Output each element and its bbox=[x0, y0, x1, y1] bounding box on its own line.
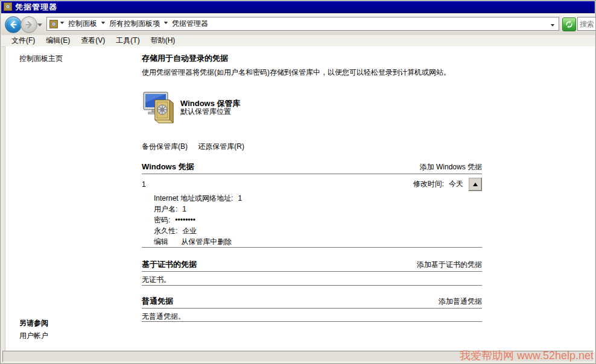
field-value: 1 bbox=[238, 194, 242, 202]
back-arrow-icon bbox=[9, 20, 17, 29]
menu-edit[interactable]: 编辑(E) bbox=[40, 36, 75, 46]
vault-actions: 备份保管库(B) 还原保管库(R) bbox=[142, 142, 482, 152]
sidebar-item-control-panel-home[interactable]: 控制面板主页 bbox=[19, 54, 63, 64]
breadcrumb-chevron-icon[interactable] bbox=[60, 21, 65, 27]
vault-subtitle: 默认保管库位置 bbox=[180, 108, 241, 116]
sidebar-item-user-accounts[interactable]: 用户帐户 bbox=[19, 331, 48, 341]
collapse-icon bbox=[473, 180, 478, 186]
breadcrumb-chevron-icon[interactable] bbox=[163, 21, 168, 27]
windows-vault-item[interactable]: Windows 保管库 默认保管库位置 bbox=[142, 92, 241, 127]
vault-name: Windows 保管库 bbox=[180, 99, 241, 107]
credential-field-persistence: 永久性:企业 bbox=[154, 226, 197, 236]
menu-help[interactable]: 帮助(H) bbox=[145, 36, 181, 46]
navigation-toolbar: 控制面板 所有控制面板项 凭据管理器 bbox=[1, 13, 595, 36]
field-label: 用户名: bbox=[154, 205, 177, 213]
collapse-credential-button[interactable] bbox=[468, 177, 482, 191]
delete-credential-link[interactable]: 从保管库中删除 bbox=[181, 237, 232, 246]
credential-field-username: 用户名:1 bbox=[154, 204, 186, 215]
field-label: 密码: bbox=[154, 216, 170, 224]
credential-modified-value: 今天 bbox=[449, 179, 463, 189]
see-also-heading: 另请参阅 bbox=[19, 318, 48, 328]
title-bar: 凭据管理器 bbox=[1, 1, 595, 13]
windows-credentials-title: Windows 凭据 bbox=[142, 162, 194, 172]
credential-row[interactable]: 1 修改时间: 今天 bbox=[142, 177, 482, 191]
window-title: 凭据管理器 bbox=[15, 2, 57, 13]
field-label: 永久性: bbox=[154, 227, 177, 235]
menu-view[interactable]: 查看(V) bbox=[75, 36, 110, 46]
certificate-empty-message: 无证书。 bbox=[142, 275, 482, 285]
breadcrumb-all-items[interactable]: 所有控制面板项 bbox=[106, 19, 163, 29]
content-area: 控制面板主页 另请参阅 用户帐户 存储用于自动登录的凭据 使用凭据管理器将凭据(… bbox=[5, 46, 595, 352]
add-certificate-credential-link[interactable]: 添加基于证书的凭据 bbox=[417, 260, 482, 270]
refresh-icon bbox=[565, 20, 574, 29]
forward-arrow-icon bbox=[25, 20, 33, 29]
windows-credentials-header: Windows 凭据 添加 Windows 凭据 bbox=[142, 162, 482, 172]
credential-modified-label: 修改时间: bbox=[413, 179, 444, 189]
certificate-credentials-header: 基于证书的凭据 添加基于证书的凭据 bbox=[142, 259, 482, 270]
restore-vault-link[interactable]: 还原保管库(R) bbox=[198, 142, 244, 151]
field-label: Internet 地址或网络地址: bbox=[154, 194, 233, 202]
field-value: 1 bbox=[182, 205, 186, 213]
vault-computer-icon bbox=[142, 92, 177, 127]
back-button[interactable] bbox=[5, 16, 22, 33]
credential-name[interactable]: 1 bbox=[142, 180, 146, 189]
field-value: 企业 bbox=[182, 227, 197, 235]
menu-bar: 文件(F) 编辑(E) 查看(V) 工具(T) 帮助(H) bbox=[1, 35, 595, 47]
forward-button[interactable] bbox=[21, 16, 37, 33]
recent-pages-dropdown[interactable] bbox=[37, 22, 42, 31]
page-title: 存储用于自动登录的凭据 bbox=[142, 53, 482, 64]
vault-app-icon bbox=[4, 2, 12, 13]
menu-tools[interactable]: 工具(T) bbox=[110, 36, 145, 46]
vault-location-icon bbox=[49, 20, 58, 28]
credential-field-password: 密码:•••••••• bbox=[154, 215, 195, 225]
credential-field-address: Internet 地址或网络地址:1 bbox=[154, 193, 242, 204]
generic-credentials-title: 普通凭据 bbox=[142, 296, 173, 307]
add-generic-credential-link[interactable]: 添加普通凭据 bbox=[439, 297, 482, 307]
address-bar[interactable]: 控制面板 所有控制面板项 凭据管理器 bbox=[46, 17, 559, 31]
watermark-text: 我爱帮助网 www.52help.net bbox=[460, 348, 594, 363]
add-windows-credential-link[interactable]: 添加 Windows 凭据 bbox=[420, 162, 482, 172]
search-input[interactable] bbox=[578, 17, 596, 30]
breadcrumb-control-panel[interactable]: 控制面板 bbox=[65, 19, 100, 29]
field-value: •••••••• bbox=[175, 216, 195, 224]
edit-credential-link[interactable]: 编辑 bbox=[154, 237, 168, 246]
address-history-dropdown[interactable] bbox=[550, 22, 555, 31]
breadcrumb-chevron-icon[interactable] bbox=[101, 21, 106, 27]
generic-credentials-header: 普通凭据 添加普通凭据 bbox=[142, 296, 482, 307]
menu-file[interactable]: 文件(F) bbox=[6, 36, 40, 46]
credential-manager-window: 凭据管理器 控制面板 bbox=[0, 0, 596, 364]
page-description: 使用凭据管理器将凭据(如用户名和密码)存储到保管库中，以便您可以轻松登录到计算机… bbox=[142, 67, 482, 78]
search-box[interactable] bbox=[577, 17, 596, 31]
generic-empty-message: 无普通凭据。 bbox=[142, 312, 482, 322]
breadcrumb-credential-manager[interactable]: 凭据管理器 bbox=[169, 19, 211, 29]
backup-vault-link[interactable]: 备份保管库(B) bbox=[142, 142, 188, 151]
refresh-button[interactable] bbox=[562, 17, 576, 31]
credential-actions: 编辑 从保管库中删除 bbox=[154, 237, 243, 247]
certificate-credentials-title: 基于证书的凭据 bbox=[142, 259, 197, 270]
